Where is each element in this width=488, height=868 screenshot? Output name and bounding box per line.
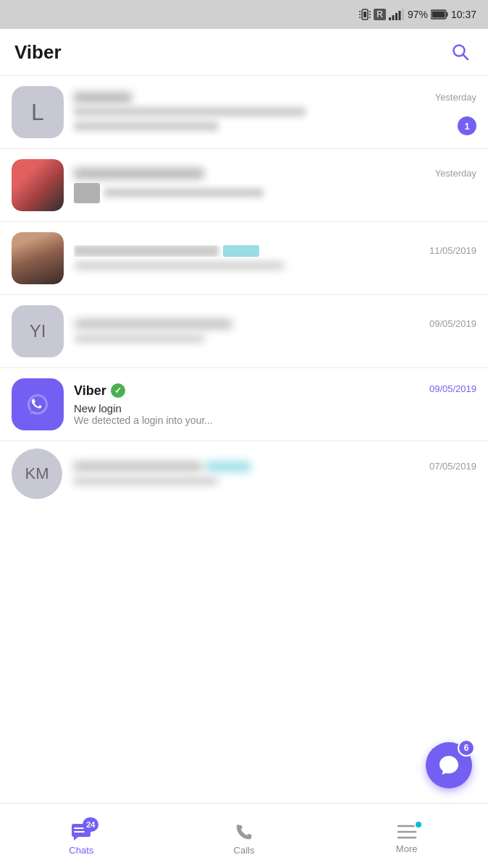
svg-point-18 xyxy=(22,388,54,420)
nav-calls-label: Calls xyxy=(234,845,255,856)
chat-item-4[interactable]: YI 09/05/2019 xyxy=(0,295,488,368)
chat-name-6 xyxy=(72,461,251,472)
nav-chats-label: Chats xyxy=(69,845,93,856)
avatar-6: KM xyxy=(12,448,62,499)
chat-content-3: 11/05/2019 xyxy=(74,245,476,272)
nav-chats[interactable]: 24 Chats xyxy=(0,804,163,868)
chat-content-2: Yesterday xyxy=(74,168,476,203)
battery-icon xyxy=(431,9,448,20)
chat-item-6[interactable]: KM 07/05/2019 xyxy=(0,441,488,506)
avatar-4: YI xyxy=(12,305,64,357)
chat-preview-viber: New login We detected a login into your.… xyxy=(74,402,476,426)
avatar-3 xyxy=(12,232,64,284)
svg-rect-15 xyxy=(432,12,445,18)
status-icons: R 97% 10:37 xyxy=(359,8,476,21)
app-title: Viber xyxy=(14,41,62,64)
chat-time-1: Yesterday xyxy=(435,92,476,103)
chat-time-4: 09/05/2019 xyxy=(429,318,476,329)
avatar-letter-1: L xyxy=(31,99,44,126)
chat-list: L Yesterday 1 xyxy=(0,76,488,571)
bottom-nav: 24 Chats Calls More xyxy=(0,803,488,868)
clock: 10:37 xyxy=(451,9,476,20)
svg-rect-1 xyxy=(363,12,366,17)
preview-thumb-2 xyxy=(74,183,100,203)
verified-icon xyxy=(111,383,125,398)
chat-content-viber: Viber 09/05/2019 New login We detected a… xyxy=(74,383,476,426)
chat-preview-2 xyxy=(74,183,476,203)
fab-button[interactable]: 6 xyxy=(426,742,472,788)
chat-time-3: 11/05/2019 xyxy=(429,245,476,256)
unread-badge-1: 1 xyxy=(458,116,476,135)
chat-item-viber[interactable]: Viber 09/05/2019 New login We detected a… xyxy=(0,368,488,441)
roaming-indicator: R xyxy=(374,9,386,20)
signal-icon xyxy=(389,9,405,20)
chat-name-2 xyxy=(74,168,204,179)
svg-rect-12 xyxy=(402,9,404,20)
nav-chats-icon-wrap: 24 xyxy=(71,822,91,842)
search-icon xyxy=(450,42,471,62)
chat-name-viber: Viber xyxy=(74,383,125,399)
chat-name-4 xyxy=(74,318,233,330)
avatar-photo-1 xyxy=(12,159,64,211)
svg-rect-9 xyxy=(392,15,394,20)
chat-content-4: 09/05/2019 xyxy=(74,318,476,345)
chat-name-3 xyxy=(74,245,259,257)
nav-calls-icon-wrap xyxy=(234,822,254,842)
avatar-2 xyxy=(12,159,64,211)
search-button[interactable] xyxy=(447,39,474,65)
avatar-letter-6: KM xyxy=(25,464,49,483)
avatar-letter-4: YI xyxy=(30,321,46,341)
avatar-viber xyxy=(12,378,64,430)
calls-icon xyxy=(234,822,254,842)
svg-marker-22 xyxy=(74,837,78,841)
chat-content-1: Yesterday xyxy=(74,92,476,133)
chats-badge: 24 xyxy=(83,817,98,832)
status-bar: R 97% 10:37 xyxy=(0,0,488,29)
chat-preview-3 xyxy=(74,260,476,272)
avatar-photo-2 xyxy=(12,232,64,284)
chat-time-6: 07/05/2019 xyxy=(429,461,476,472)
more-dot xyxy=(414,820,423,829)
fab-chat-icon xyxy=(437,753,461,778)
svg-rect-10 xyxy=(395,13,397,20)
svg-line-17 xyxy=(463,55,468,60)
chat-item-2[interactable]: Yesterday xyxy=(0,149,488,222)
fab-badge: 6 xyxy=(458,739,475,757)
viber-preview-line1: New login xyxy=(74,402,476,414)
chat-time-viber: 09/05/2019 xyxy=(429,383,476,394)
viber-preview-line2: We detected a login into your... xyxy=(74,414,476,426)
nav-more-label: More xyxy=(396,843,418,854)
nav-more[interactable]: More xyxy=(325,804,488,868)
chat-content-6: 07/05/2019 xyxy=(72,461,476,488)
nav-calls[interactable]: Calls xyxy=(163,804,326,868)
chat-time-2: Yesterday xyxy=(435,168,476,179)
chat-item-1[interactable]: L Yesterday 1 xyxy=(0,76,488,149)
chat-preview-4 xyxy=(74,333,476,345)
viber-logo-icon xyxy=(22,388,54,420)
chat-name-1 xyxy=(74,92,132,103)
svg-rect-8 xyxy=(389,17,391,20)
chat-preview-6 xyxy=(72,476,476,488)
svg-rect-14 xyxy=(446,12,447,17)
chat-item-3[interactable]: 11/05/2019 xyxy=(0,222,488,295)
battery-percent: 97% xyxy=(408,9,428,20)
app-header: Viber xyxy=(0,29,488,76)
nav-more-icon-wrap xyxy=(397,823,417,841)
vibrate-icon xyxy=(359,8,371,21)
chat-preview-1 xyxy=(74,107,476,133)
avatar-1: L xyxy=(12,86,64,138)
svg-rect-11 xyxy=(398,11,400,20)
